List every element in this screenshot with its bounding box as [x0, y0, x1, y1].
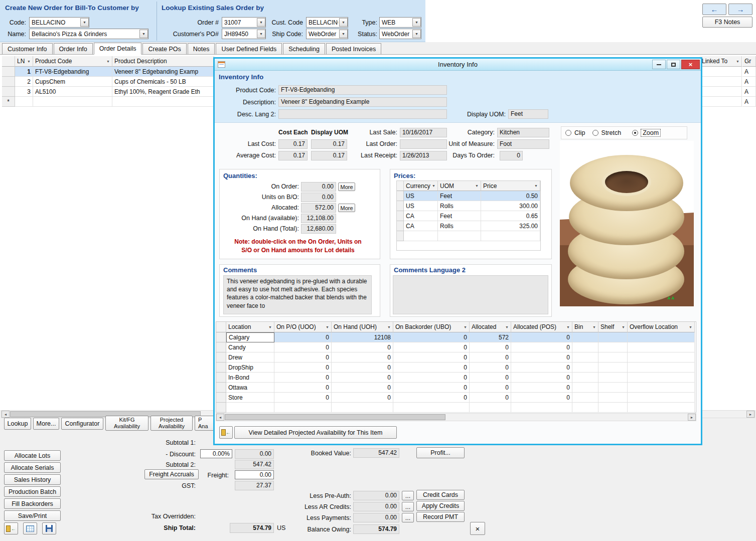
price-col-currency[interactable]: Currency▼ — [404, 181, 438, 191]
allocated-cell[interactable]: 0 — [470, 393, 511, 403]
on-backorder-cell[interactable]: 0 — [393, 383, 470, 393]
on-po-cell[interactable]: 0 — [274, 352, 332, 363]
filter-arrow-icon[interactable]: ▼ — [689, 325, 692, 329]
on-po-cell[interactable]: 0 — [274, 373, 332, 383]
loc-col-overflow[interactable]: Overflow Location▼ — [628, 322, 695, 332]
f3-notes-button[interactable]: F3 Notes — [702, 17, 752, 28]
price-currency-cell[interactable]: US — [404, 191, 438, 201]
allocated-pos-cell[interactable]: 0 — [511, 363, 572, 373]
location-cell[interactable]: Drew — [226, 352, 274, 363]
price-price-cell[interactable]: 325.00 — [481, 221, 540, 231]
on-backorder-cell[interactable]: 0 — [393, 373, 470, 383]
allocated-cell[interactable]: 0 — [470, 342, 511, 352]
cust-code-combo[interactable]: BELLACINO ▼ — [306, 17, 348, 28]
scrollbar-thumb[interactable] — [225, 414, 445, 420]
overflow-cell[interactable] — [628, 373, 695, 383]
filter-arrow-icon[interactable]: ▼ — [622, 325, 625, 329]
pre-auth-value-field[interactable]: 0.00 — [353, 491, 399, 500]
tab-user-defined-fields[interactable]: User Defined Fields — [216, 43, 282, 55]
tab-order-info[interactable]: Order Info — [54, 43, 93, 55]
shelf-cell[interactable] — [598, 332, 628, 342]
days-to-order-field[interactable]: 0 — [500, 151, 523, 160]
bin-cell[interactable] — [572, 383, 598, 393]
loc-col-shelf[interactable]: Shelf▼ — [598, 322, 628, 332]
allocated-cell[interactable]: 572 — [470, 332, 511, 342]
product-code-cell[interactable]: AL5100 — [33, 87, 112, 97]
price-row-selector[interactable] — [397, 191, 404, 201]
product-code-field[interactable]: FT-V8-Edgebanding — [278, 85, 447, 95]
customer-code-combo[interactable]: BELLACINO ▼ — [29, 17, 89, 28]
linked-to-cell[interactable] — [700, 77, 742, 87]
product-description-cell[interactable]: Cups of Chemicals - 50 LB — [112, 77, 214, 87]
ship-total-value-field[interactable]: 574.79 — [230, 523, 274, 533]
comments-field[interactable]: This veneer edgebanding is pre-glued wit… — [223, 275, 372, 314]
last-cost-field[interactable]: 0.17 — [278, 139, 308, 149]
allocated-cell[interactable]: 0 — [470, 373, 511, 383]
production-batch-button[interactable]: Production Batch — [4, 486, 61, 497]
credit-cards-button[interactable]: Credit Cards — [416, 490, 465, 500]
tab-order-details[interactable]: Order Details — [94, 43, 142, 55]
filter-arrow-icon[interactable]: ▼ — [464, 325, 467, 329]
price-price-cell[interactable]: 0.50 — [481, 191, 540, 201]
last-receipt-field[interactable]: 1/26/2013 — [400, 151, 447, 160]
last-order-field[interactable] — [400, 139, 447, 149]
unit-of-measure-field[interactable]: Foot — [497, 139, 549, 149]
gr-cell[interactable]: A — [742, 77, 756, 87]
booked-value-field[interactable]: 547.42 — [353, 448, 399, 458]
on-po-cell[interactable]: 0 — [274, 332, 332, 342]
scroll-left-button[interactable]: ◄ — [2, 411, 10, 418]
linked-to-cell[interactable] — [700, 67, 742, 77]
sales-history-button[interactable]: Sales History — [4, 474, 61, 485]
more-button[interactable]: More... — [33, 418, 59, 430]
shelf-cell[interactable] — [598, 342, 628, 352]
exit-button[interactable]: ← — [4, 522, 18, 534]
locations-horizontal-scrollbar[interactable]: ◄ ► — [216, 413, 696, 421]
price-empty-cell[interactable] — [481, 231, 540, 241]
price-uom-cell[interactable]: Rolls — [438, 201, 481, 211]
allocated-pos-cell[interactable]: 0 — [511, 332, 572, 342]
location-row-selector[interactable] — [216, 352, 226, 363]
on-order-more-button[interactable]: More — [338, 183, 355, 191]
ln-cell[interactable] — [15, 97, 33, 107]
location-empty-cell[interactable] — [572, 403, 598, 413]
on-hand-available-field[interactable]: 12,108.00 — [301, 214, 336, 223]
ar-credits-more-button[interactable]: ... — [402, 502, 414, 511]
price-uom-cell[interactable]: Rolls — [438, 221, 481, 231]
location-row-selector[interactable] — [216, 342, 226, 352]
average-cost-field[interactable]: 0.17 — [278, 151, 308, 160]
location-row-selector[interactable] — [216, 363, 226, 373]
price-row-selector[interactable] — [397, 231, 404, 241]
column-header-gr[interactable]: Gr — [742, 56, 756, 67]
location-row-selector[interactable] — [216, 373, 226, 383]
bin-cell[interactable] — [572, 373, 598, 383]
on-po-cell[interactable]: 0 — [274, 393, 332, 403]
on-hand-cell[interactable]: 0 — [332, 373, 393, 383]
location-cell[interactable]: Ottawa — [226, 383, 274, 393]
kit-fg-availability-button[interactable]: Kit/FG Availability — [105, 416, 148, 431]
gr-cell[interactable]: A — [742, 67, 756, 77]
dropdown-arrow-icon[interactable]: ▼ — [80, 18, 89, 27]
overflow-cell[interactable] — [628, 342, 695, 352]
ship-code-combo[interactable]: WebOrder ▼ — [306, 29, 348, 39]
allocated-cell[interactable]: 0 — [470, 363, 511, 373]
column-header-product-code[interactable]: Product Code▼ — [33, 56, 112, 67]
filter-arrow-icon[interactable]: ▼ — [592, 325, 596, 329]
loc-col-location[interactable]: Location▼ — [226, 322, 274, 332]
dropdown-arrow-icon[interactable]: ▼ — [257, 30, 265, 38]
loc-col-on-backorder[interactable]: On Backorder (UBO)▼ — [393, 322, 470, 332]
row-selector[interactable] — [2, 77, 15, 87]
freight-input[interactable]: 0.00 — [235, 470, 274, 479]
balance-owing-field[interactable]: 574.79 — [353, 524, 399, 534]
next-record-button[interactable]: → — [728, 4, 752, 15]
filter-arrow-icon[interactable]: ▼ — [27, 60, 31, 63]
price-empty-cell[interactable] — [438, 231, 481, 241]
stretch-radio-label[interactable]: Stretch — [601, 129, 622, 136]
location-row-selector[interactable] — [216, 332, 226, 342]
product-code-cell[interactable]: FT-V8-Edgebanding — [33, 67, 112, 77]
allocated-pos-cell[interactable]: 0 — [511, 352, 572, 363]
zoom-radio-label[interactable]: Zoom — [641, 129, 660, 136]
allocated-pos-cell[interactable]: 0 — [511, 383, 572, 393]
dropdown-arrow-icon[interactable]: ▼ — [339, 18, 348, 27]
allocate-lots-button[interactable]: Allocate Lots — [4, 450, 61, 461]
price-col-uom[interactable]: UOM▼ — [438, 181, 481, 191]
